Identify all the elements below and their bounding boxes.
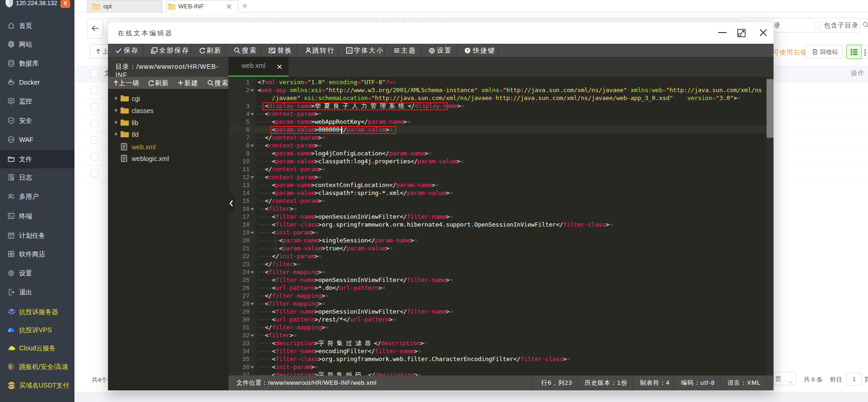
svg-text:A: A xyxy=(348,48,350,53)
svg-text:?: ? xyxy=(466,48,469,53)
svg-text:www: www xyxy=(8,384,14,387)
svg-text:WAF: WAF xyxy=(9,138,14,141)
